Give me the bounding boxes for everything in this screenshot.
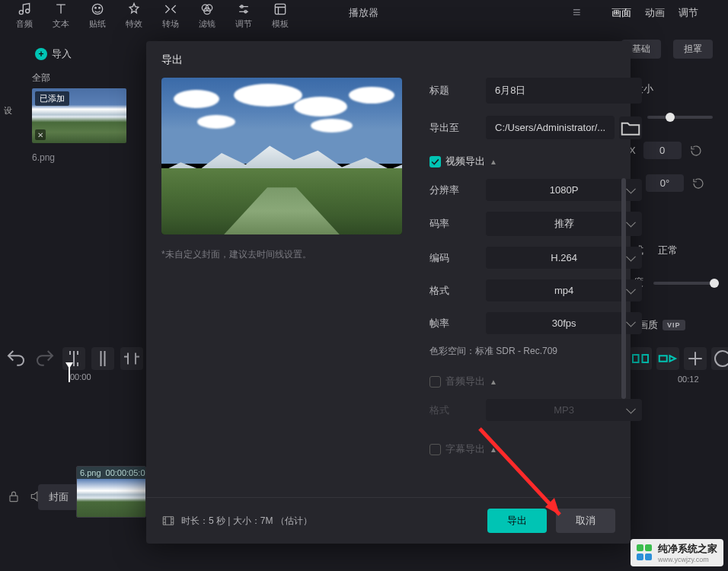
size-slider[interactable]: [647, 116, 713, 119]
format-row: 格式mp4: [429, 279, 642, 301]
svg-rect-12: [643, 355, 649, 362]
undo-button[interactable]: [5, 347, 27, 370]
duration-info: 时长：5 秒 | 大小：7M （估计）: [161, 514, 312, 528]
label: 时长：5 秒 | 大小：7M （估计）: [181, 515, 312, 528]
tool-sticker[interactable]: 贴纸: [82, 0, 113, 30]
framerate-select[interactable]: 30fps: [486, 312, 642, 334]
reset-icon[interactable]: [691, 177, 705, 190]
effect-icon: [126, 2, 142, 17]
framerate-row: 帧率30fps: [429, 312, 642, 334]
redo-button[interactable]: [34, 347, 56, 370]
label: 编码: [429, 251, 486, 265]
label: 标题: [429, 84, 486, 97]
remove-icon[interactable]: ✕: [35, 129, 46, 140]
timeline-clip[interactable]: 6.png00:00:05:00: [76, 466, 146, 518]
label: 音频导出: [445, 375, 485, 388]
watermark-text: 纯净系统之家: [658, 542, 717, 556]
x-input[interactable]: 0: [643, 142, 682, 159]
svg-point-14: [715, 351, 728, 366]
vip-badge: VIP: [663, 320, 685, 330]
label: 音频: [16, 18, 33, 30]
mode-value[interactable]: 正常: [658, 244, 678, 257]
clip-name: 6.png: [80, 468, 101, 477]
tool-filter[interactable]: 滤镜: [192, 0, 222, 30]
video-checkbox-icon: [429, 156, 441, 167]
reset-icon[interactable]: [689, 144, 703, 158]
svg-rect-13: [659, 356, 667, 362]
clip-time: 00:00:05:00: [106, 468, 146, 477]
tool-template[interactable]: 模板: [265, 0, 295, 30]
player-title: 播放器: [349, 6, 378, 20]
format-select[interactable]: mp4: [486, 279, 642, 301]
cancel-button[interactable]: 取消: [556, 509, 615, 533]
subtitle-checkbox-icon: [429, 444, 441, 455]
thumbnail-caption: 6.png: [32, 152, 126, 163]
preview-note: *未自定义封面，建议去时间线设置。: [161, 248, 402, 261]
lock-icon[interactable]: [6, 489, 21, 504]
label: 滤镜: [199, 18, 216, 30]
added-tag: 已添加: [35, 91, 69, 106]
side-label: 设: [4, 105, 12, 116]
tool-btn-2[interactable]: [91, 347, 114, 370]
chevron-up-icon: ▲: [490, 378, 497, 386]
tab-adjust[interactable]: 调节: [679, 6, 698, 20]
tool-text[interactable]: 文本: [46, 0, 76, 30]
encoding-select[interactable]: H.264: [486, 247, 642, 269]
svg-rect-10: [275, 4, 285, 14]
split-button[interactable]: [62, 347, 85, 370]
label: 特效: [126, 18, 142, 30]
player-menu-icon[interactable]: ≡: [573, 5, 581, 21]
label: 字幕导出: [445, 442, 485, 456]
tool-transition[interactable]: 转场: [155, 0, 186, 30]
tool-b[interactable]: [656, 347, 679, 370]
tool-c[interactable]: [684, 347, 707, 370]
tool-effect[interactable]: 特效: [119, 0, 149, 30]
resolution-row: 分辨率1080P: [429, 179, 642, 201]
audio-export-section[interactable]: 音频导出 ▲: [429, 375, 642, 388]
svg-rect-15: [10, 496, 18, 502]
clip-image: [77, 479, 145, 518]
colorspace-info: 色彩空间：标准 SDR - Rec.709: [429, 345, 642, 358]
video-export-section[interactable]: 视频导出 ▲: [429, 155, 642, 168]
browse-folder-button[interactable]: [619, 116, 642, 139]
import-button[interactable]: + 导入: [35, 47, 72, 61]
cover-button[interactable]: 封面: [38, 484, 79, 510]
label: 贴纸: [89, 18, 106, 30]
rotation-input[interactable]: 0°: [646, 174, 684, 192]
bitrate-select[interactable]: 推荐: [486, 212, 642, 236]
btn-scope[interactable]: 担罩: [673, 40, 713, 59]
tool-audio[interactable]: 音频: [9, 0, 40, 30]
tool-adjust[interactable]: 调节: [228, 0, 259, 30]
field-title: 标题 6月8日: [429, 78, 642, 104]
plus-icon: +: [35, 48, 47, 60]
label: 格式: [429, 284, 486, 298]
audio-format-row: 格式MP3: [429, 399, 642, 421]
tab-picture[interactable]: 画面: [611, 6, 631, 20]
chevron-up-icon: ▲: [490, 445, 497, 454]
label: 导出至: [429, 121, 486, 135]
svg-point-3: [95, 8, 97, 9]
label: 调节: [235, 18, 252, 30]
tool-d[interactable]: [711, 347, 728, 370]
clip-header: 6.png00:00:05:00: [77, 467, 145, 479]
label: 帧率: [429, 317, 486, 330]
encoding-row: 编码H.264: [429, 247, 642, 269]
playhead-time: 00:00: [70, 372, 91, 381]
watermark-url: www.ycwjzy.com: [658, 556, 717, 563]
label: 码率: [429, 217, 486, 231]
subtitle-export-section[interactable]: 字幕导出 ▲: [429, 442, 642, 456]
media-thumbnail[interactable]: 已添加 ✕ 6.png: [32, 88, 126, 163]
path-input[interactable]: C:/Users/Administrator/...: [486, 116, 615, 139]
timeline-right-tools: [629, 347, 728, 370]
title-input[interactable]: 6月8日: [486, 78, 642, 104]
tool-btn-3[interactable]: [120, 347, 143, 370]
export-button[interactable]: 导出: [487, 509, 547, 533]
tab-animation[interactable]: 动画: [645, 6, 665, 20]
sidebar-all[interactable]: 全部: [32, 72, 50, 85]
opacity-slider[interactable]: [653, 282, 719, 285]
template-icon: [273, 2, 288, 17]
dialog-scrollbar[interactable]: [621, 178, 626, 399]
chevron-up-icon: ▲: [490, 158, 497, 166]
audio-format-select: MP3: [486, 399, 642, 421]
resolution-select[interactable]: 1080P: [486, 179, 642, 201]
